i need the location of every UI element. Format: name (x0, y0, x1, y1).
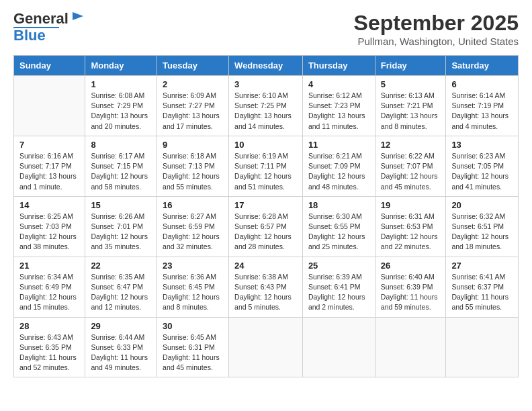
day-number: 5 (381, 79, 441, 89)
day-info: Sunrise: 6:27 AMSunset: 6:59 PMDaylight:… (163, 212, 223, 253)
location: Pullman, Washington, United States (354, 36, 519, 47)
day-info: Sunrise: 6:25 AMSunset: 7:03 PMDaylight:… (19, 212, 79, 253)
calendar-cell-w1d1: 8Sunrise: 6:17 AMSunset: 7:15 PMDaylight… (85, 136, 157, 196)
day-info: Sunrise: 6:43 AMSunset: 6:35 PMDaylight:… (19, 332, 79, 373)
day-number: 22 (91, 261, 151, 271)
calendar-cell-w3d0: 21Sunrise: 6:34 AMSunset: 6:49 PMDayligh… (14, 257, 85, 317)
calendar-cell-w4d3 (229, 317, 303, 377)
calendar-cell-w4d0: 28Sunrise: 6:43 AMSunset: 6:35 PMDayligh… (14, 317, 85, 377)
day-number: 26 (381, 261, 441, 271)
calendar-cell-w3d1: 22Sunrise: 6:35 AMSunset: 6:47 PMDayligh… (85, 257, 157, 317)
day-info: Sunrise: 6:17 AMSunset: 7:15 PMDaylight:… (91, 151, 151, 192)
day-info: Sunrise: 6:30 AMSunset: 6:55 PMDaylight:… (308, 212, 369, 253)
calendar-cell-w2d3: 17Sunrise: 6:28 AMSunset: 6:57 PMDayligh… (229, 196, 303, 257)
logo: General Blue (13, 11, 85, 44)
svg-marker-0 (73, 12, 83, 20)
day-number: 20 (451, 200, 513, 210)
day-number: 14 (19, 200, 79, 210)
day-number: 25 (308, 261, 369, 271)
calendar-cell-w2d5: 19Sunrise: 6:31 AMSunset: 6:53 PMDayligh… (375, 196, 446, 257)
calendar-cell-w4d1: 29Sunrise: 6:44 AMSunset: 6:33 PMDayligh… (85, 317, 157, 377)
calendar-cell-w3d6: 27Sunrise: 6:41 AMSunset: 6:37 PMDayligh… (446, 257, 519, 317)
calendar-cell-w4d2: 30Sunrise: 6:45 AMSunset: 6:31 PMDayligh… (157, 317, 229, 377)
calendar-cell-w4d4 (302, 317, 375, 377)
calendar-cell-w0d3: 3Sunrise: 6:10 AMSunset: 7:25 PMDaylight… (229, 76, 303, 136)
day-number: 15 (91, 200, 151, 210)
weekday-header-monday: Monday (85, 56, 157, 76)
day-info: Sunrise: 6:14 AMSunset: 7:19 PMDaylight:… (451, 91, 513, 132)
calendar-cell-w1d3: 10Sunrise: 6:19 AMSunset: 7:11 PMDayligh… (229, 136, 303, 196)
day-info: Sunrise: 6:39 AMSunset: 6:41 PMDaylight:… (308, 272, 369, 313)
day-number: 1 (91, 79, 151, 89)
day-number: 23 (163, 261, 223, 271)
day-number: 30 (163, 321, 223, 331)
day-info: Sunrise: 6:32 AMSunset: 6:51 PMDaylight:… (451, 212, 513, 253)
day-number: 17 (234, 200, 297, 210)
day-number: 10 (234, 140, 297, 150)
calendar-cell-w0d5: 5Sunrise: 6:13 AMSunset: 7:21 PMDaylight… (375, 76, 446, 136)
day-number: 13 (451, 140, 513, 150)
weekday-header-tuesday: Tuesday (157, 56, 229, 76)
day-info: Sunrise: 6:23 AMSunset: 7:05 PMDaylight:… (451, 151, 513, 192)
calendar-cell-w3d5: 26Sunrise: 6:40 AMSunset: 6:39 PMDayligh… (375, 257, 446, 317)
day-number: 9 (163, 140, 223, 150)
title-area: September 2025 Pullman, Washington, Unit… (354, 11, 519, 47)
calendar-cell-w3d3: 24Sunrise: 6:38 AMSunset: 6:43 PMDayligh… (229, 257, 303, 317)
day-number: 28 (19, 321, 79, 331)
calendar-cell-w3d2: 23Sunrise: 6:36 AMSunset: 6:45 PMDayligh… (157, 257, 229, 317)
calendar-cell-w0d2: 2Sunrise: 6:09 AMSunset: 7:27 PMDaylight… (157, 76, 229, 136)
weekday-header-friday: Friday (375, 56, 446, 76)
day-number: 29 (91, 321, 151, 331)
day-info: Sunrise: 6:08 AMSunset: 7:29 PMDaylight:… (91, 91, 151, 132)
month-title: September 2025 (354, 11, 519, 36)
calendar-cell-w0d1: 1Sunrise: 6:08 AMSunset: 7:29 PMDaylight… (85, 76, 157, 136)
calendar-cell-w0d0 (14, 76, 85, 136)
day-number: 19 (381, 200, 441, 210)
day-number: 12 (381, 140, 441, 150)
weekday-header-thursday: Thursday (302, 56, 375, 76)
calendar-cell-w1d4: 11Sunrise: 6:21 AMSunset: 7:09 PMDayligh… (302, 136, 375, 196)
calendar-table: SundayMondayTuesdayWednesdayThursdayFrid… (13, 55, 519, 377)
calendar-cell-w2d6: 20Sunrise: 6:32 AMSunset: 6:51 PMDayligh… (446, 196, 519, 257)
day-number: 2 (163, 79, 223, 89)
calendar-cell-w3d4: 25Sunrise: 6:39 AMSunset: 6:41 PMDayligh… (302, 257, 375, 317)
day-number: 7 (19, 140, 79, 150)
day-info: Sunrise: 6:31 AMSunset: 6:53 PMDaylight:… (381, 212, 441, 253)
day-info: Sunrise: 6:18 AMSunset: 7:13 PMDaylight:… (163, 151, 223, 192)
day-info: Sunrise: 6:38 AMSunset: 6:43 PMDaylight:… (234, 272, 297, 313)
day-info: Sunrise: 6:13 AMSunset: 7:21 PMDaylight:… (381, 91, 441, 132)
day-info: Sunrise: 6:09 AMSunset: 7:27 PMDaylight:… (163, 91, 223, 132)
day-info: Sunrise: 6:45 AMSunset: 6:31 PMDaylight:… (163, 332, 223, 373)
calendar-cell-w4d5 (375, 317, 446, 377)
day-info: Sunrise: 6:34 AMSunset: 6:49 PMDaylight:… (19, 272, 79, 313)
day-info: Sunrise: 6:41 AMSunset: 6:37 PMDaylight:… (451, 272, 513, 313)
day-info: Sunrise: 6:21 AMSunset: 7:09 PMDaylight:… (308, 151, 369, 192)
calendar-cell-w1d5: 12Sunrise: 6:22 AMSunset: 7:07 PMDayligh… (375, 136, 446, 196)
day-info: Sunrise: 6:22 AMSunset: 7:07 PMDaylight:… (381, 151, 441, 192)
day-number: 8 (91, 140, 151, 150)
calendar-cell-w0d4: 4Sunrise: 6:12 AMSunset: 7:23 PMDaylight… (302, 76, 375, 136)
day-number: 6 (451, 79, 513, 89)
day-number: 24 (234, 261, 297, 271)
day-number: 4 (308, 79, 369, 89)
calendar-cell-w1d2: 9Sunrise: 6:18 AMSunset: 7:13 PMDaylight… (157, 136, 229, 196)
day-number: 27 (451, 261, 513, 271)
calendar-cell-w2d2: 16Sunrise: 6:27 AMSunset: 6:59 PMDayligh… (157, 196, 229, 257)
day-number: 3 (234, 79, 297, 89)
day-info: Sunrise: 6:28 AMSunset: 6:57 PMDaylight:… (234, 212, 297, 253)
calendar-cell-w2d0: 14Sunrise: 6:25 AMSunset: 7:03 PMDayligh… (14, 196, 85, 257)
weekday-header-saturday: Saturday (446, 56, 519, 76)
logo-general: General (13, 10, 69, 27)
logo-blue: Blue (13, 27, 46, 44)
day-info: Sunrise: 6:16 AMSunset: 7:17 PMDaylight:… (19, 151, 79, 192)
day-info: Sunrise: 6:44 AMSunset: 6:33 PMDaylight:… (91, 332, 151, 373)
day-number: 11 (308, 140, 369, 150)
calendar-cell-w2d4: 18Sunrise: 6:30 AMSunset: 6:55 PMDayligh… (302, 196, 375, 257)
calendar-cell-w4d6 (446, 317, 519, 377)
calendar-cell-w0d6: 6Sunrise: 6:14 AMSunset: 7:19 PMDaylight… (446, 76, 519, 136)
day-info: Sunrise: 6:36 AMSunset: 6:45 PMDaylight:… (163, 272, 223, 313)
weekday-header-wednesday: Wednesday (229, 56, 303, 76)
day-number: 21 (19, 261, 79, 271)
day-info: Sunrise: 6:35 AMSunset: 6:47 PMDaylight:… (91, 272, 151, 313)
day-info: Sunrise: 6:40 AMSunset: 6:39 PMDaylight:… (381, 272, 441, 313)
